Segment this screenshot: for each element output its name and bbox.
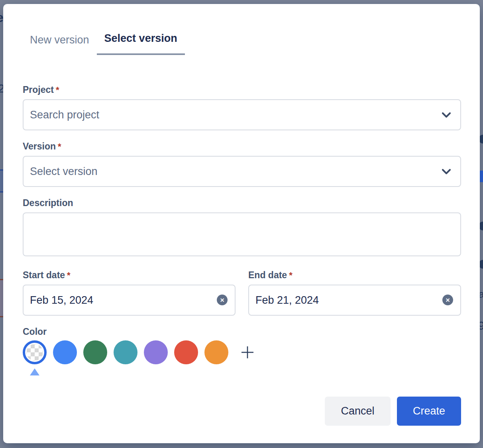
end-date-wrap: ✕: [248, 281, 461, 316]
project-select: [23, 96, 461, 130]
color-swatch-teal[interactable]: [114, 340, 137, 364]
end-date-label: End date*: [248, 269, 461, 281]
start-date-input[interactable]: [23, 285, 236, 316]
create-button[interactable]: Create: [397, 397, 461, 426]
color-label: Color: [23, 326, 461, 337]
description-label: Description: [23, 197, 461, 208]
project-label-text: Project: [23, 84, 54, 95]
color-swatch-orange[interactable]: [204, 340, 228, 364]
start-date-label: Start date*: [23, 269, 236, 281]
dialog-tabs: New version Select version: [30, 32, 461, 55]
required-asterisk: *: [58, 141, 61, 151]
required-asterisk: *: [67, 270, 71, 280]
add-color-button[interactable]: [240, 344, 255, 360]
start-date-field: Start date* ✕: [23, 269, 236, 316]
backdrop-artifact: [0, 279, 3, 317]
selected-color-indicator: [30, 368, 39, 375]
tab-new-version[interactable]: New version: [30, 33, 89, 55]
color-swatch-row: [23, 340, 461, 364]
required-asterisk: *: [56, 85, 59, 95]
plus-icon: [240, 345, 255, 360]
start-date-wrap: ✕: [23, 281, 236, 316]
version-label: Version*: [23, 141, 461, 152]
backdrop-artifact: [0, 169, 3, 193]
start-date-label-text: Start date: [23, 270, 65, 280]
version-label-text: Version: [23, 141, 56, 151]
color-swatch-purple[interactable]: [144, 340, 168, 364]
chevron-down-icon[interactable]: [441, 167, 452, 176]
color-swatch-green[interactable]: [83, 340, 107, 364]
date-row: Start date* ✕ End date* ✕: [23, 269, 461, 316]
clear-end-date-icon[interactable]: ✕: [442, 295, 453, 305]
tab-select-version[interactable]: Select version: [97, 32, 185, 55]
color-swatch-transparent[interactable]: [23, 340, 47, 364]
clear-start-date-icon[interactable]: ✕: [217, 295, 228, 305]
version-select-input[interactable]: [23, 156, 461, 187]
chevron-down-icon[interactable]: [441, 110, 452, 120]
end-date-label-text: End date: [248, 270, 287, 280]
required-asterisk: *: [289, 270, 293, 280]
cancel-button[interactable]: Cancel: [325, 397, 391, 426]
end-date-input[interactable]: [248, 285, 461, 316]
version-select: [23, 152, 461, 187]
end-date-field: End date* ✕: [248, 269, 461, 316]
description-textarea[interactable]: [23, 212, 461, 256]
create-version-dialog: New version Select version Project* Vers…: [3, 4, 480, 443]
dialog-footer: Cancel Create: [23, 397, 461, 426]
project-label: Project*: [23, 84, 461, 96]
project-select-input[interactable]: [23, 99, 461, 130]
color-swatch-red[interactable]: [174, 340, 198, 364]
color-swatch-blue[interactable]: [53, 340, 77, 364]
